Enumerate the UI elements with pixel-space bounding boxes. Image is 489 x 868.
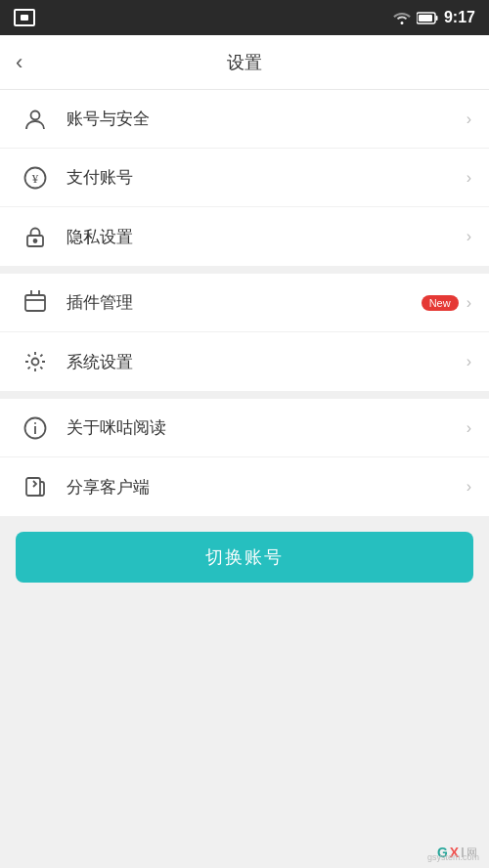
info-icon — [18, 411, 53, 446]
svg-rect-2 — [435, 16, 437, 21]
page-title: 设置 — [227, 51, 262, 74]
plugin-management-item[interactable]: 插件管理 New › — [0, 274, 489, 332]
share-icon — [18, 469, 53, 504]
yen-icon: ¥ — [18, 160, 53, 195]
privacy-settings-label: 隐私设置 — [67, 226, 467, 248]
plugin-management-label: 插件管理 — [67, 291, 422, 314]
settings-group-2: 插件管理 New › 系统设置 › — [0, 274, 489, 391]
svg-point-7 — [34, 239, 37, 242]
share-client-item[interactable]: 分享客户端 › — [0, 457, 489, 516]
svg-point-3 — [31, 110, 40, 119]
screenshot-icon — [14, 9, 35, 26]
svg-point-12 — [32, 359, 39, 366]
system-settings-label: 系统设置 — [67, 351, 467, 373]
arrow-icon: › — [467, 294, 471, 312]
gear-icon — [18, 344, 53, 379]
account-security-label: 账号与安全 — [67, 108, 467, 130]
share-client-label: 分享客户端 — [67, 476, 467, 499]
arrow-icon: › — [467, 353, 471, 370]
lock-icon — [18, 219, 53, 254]
arrow-icon: › — [467, 169, 471, 187]
arrow-icon: › — [467, 110, 471, 128]
svg-rect-1 — [419, 15, 432, 22]
arrow-icon: › — [467, 478, 471, 496]
watermark: G X I 网 gsystem.com — [437, 845, 479, 860]
settings-container: 账号与安全 › ¥ 支付账号 › 隐私设置 — [0, 90, 489, 618]
status-bar: 9:17 — [0, 0, 489, 35]
back-button[interactable]: ‹ — [16, 50, 22, 75]
nav-bar: ‹ 设置 — [0, 35, 489, 90]
about-item[interactable]: 关于咪咕阅读 › — [0, 399, 489, 457]
status-bar-right: 9:17 — [393, 9, 475, 26]
user-icon — [18, 102, 53, 137]
status-bar-left — [14, 9, 35, 26]
battery-icon — [417, 12, 438, 24]
status-time: 9:17 — [444, 9, 475, 26]
payment-account-item[interactable]: ¥ 支付账号 › — [0, 149, 489, 207]
svg-rect-8 — [25, 295, 45, 311]
settings-group-3: 关于咪咕阅读 › 分享客户端 › — [0, 399, 489, 516]
system-settings-item[interactable]: 系统设置 › — [0, 332, 489, 391]
account-security-item[interactable]: 账号与安全 › — [0, 90, 489, 149]
svg-text:¥: ¥ — [32, 171, 39, 186]
payment-account-label: 支付账号 — [67, 166, 467, 189]
settings-group-1: 账号与安全 › ¥ 支付账号 › 隐私设置 — [0, 90, 489, 266]
privacy-settings-item[interactable]: 隐私设置 › — [0, 207, 489, 266]
wifi-icon — [393, 11, 411, 24]
about-label: 关于咪咕阅读 — [67, 416, 467, 439]
svg-point-15 — [34, 422, 36, 424]
new-badge: New — [422, 295, 459, 311]
arrow-icon: › — [467, 228, 471, 245]
plugin-icon — [18, 285, 53, 321]
watermark-sub: gsystem.com — [427, 852, 479, 862]
arrow-icon: › — [467, 419, 471, 437]
switch-account-button[interactable]: 切换账号 — [16, 532, 473, 583]
